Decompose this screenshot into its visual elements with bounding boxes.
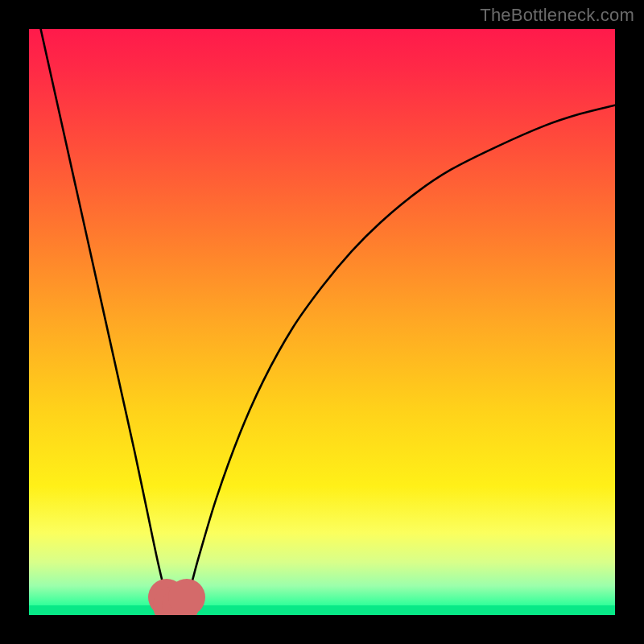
valley-highlight: [29, 29, 615, 615]
plot-area: [29, 29, 615, 615]
watermark-text: TheBottleneck.com: [480, 5, 634, 26]
chart-frame: TheBottleneck.com: [0, 0, 644, 644]
optimum-marker-3: [168, 579, 206, 615]
